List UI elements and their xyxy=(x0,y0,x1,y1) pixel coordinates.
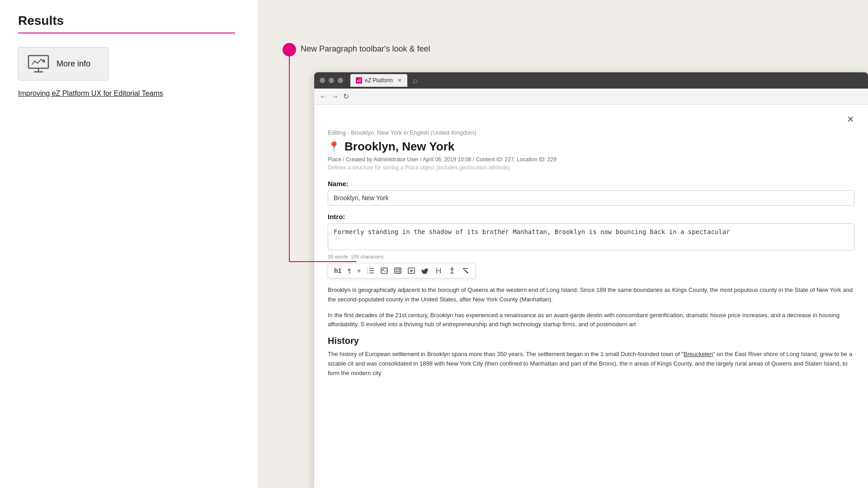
browser-content[interactable]: ✕ Editing - Brooklyn, New York in Englis… xyxy=(314,105,868,488)
toolbar-embed-btn[interactable] xyxy=(406,267,416,275)
ez-content-area: ✕ Editing - Brooklyn, New York in Englis… xyxy=(314,105,868,394)
more-info-label: More info xyxy=(57,59,90,69)
browser-dot-3 xyxy=(338,78,343,83)
browser-titlebar: eZ eZ Platform ✕ ⌕ xyxy=(314,72,868,89)
svg-point-21 xyxy=(451,268,453,270)
browser-toolbar: ← → ↻ xyxy=(314,89,868,105)
toolbar-anchor-btn[interactable] xyxy=(447,267,457,275)
back-btn[interactable]: ← xyxy=(320,93,327,101)
results-divider xyxy=(18,33,235,33)
timeline-line-horizontal xyxy=(289,261,357,262)
results-title: Results xyxy=(18,14,240,28)
paragraph-toolbar: h1 ¶ ≡ 1.2.3. xyxy=(328,263,476,278)
location-title: Brooklyn, New York xyxy=(344,140,454,154)
toolbar-remove-format-btn[interactable] xyxy=(461,267,471,275)
body-text-1: Brooklyn is geographically adjacent to t… xyxy=(328,286,854,305)
meta-description: Defines a structure for storing a Place … xyxy=(328,164,854,171)
body-text-2: In the first decades of the 21st century… xyxy=(328,311,854,330)
toolbar-image-btn[interactable] xyxy=(379,267,389,275)
svg-marker-17 xyxy=(410,269,413,272)
name-label: Name: xyxy=(328,180,854,188)
toolbar-paragraph-btn[interactable]: ¶ xyxy=(346,267,352,275)
forward-btn[interactable]: → xyxy=(331,93,339,101)
location-pin-icon: 📍 xyxy=(328,141,340,153)
browser-window: eZ eZ Platform ✕ ⌕ ← → ↻ ✕ Editing - Bro… xyxy=(314,72,868,488)
breuckelen-link[interactable]: Breuckelen xyxy=(684,351,713,357)
right-panel: New Paragraph toolbar's look & feel eZ e… xyxy=(258,0,868,488)
word-count: 18 words 109 characters xyxy=(328,254,854,259)
close-button[interactable]: ✕ xyxy=(847,114,854,125)
browser-tab[interactable]: eZ eZ Platform ✕ xyxy=(350,74,407,87)
monitor-icon xyxy=(28,55,49,73)
editing-label: Editing - Brooklyn, New York in English … xyxy=(328,129,854,136)
tab-close-btn[interactable]: ✕ xyxy=(397,77,402,84)
more-info-card[interactable]: More info xyxy=(18,47,108,80)
new-tab-btn[interactable]: ⌕ xyxy=(413,76,418,85)
result-link[interactable]: Improving eZ Platform UX for Editorial T… xyxy=(18,89,163,97)
timeline-line-vertical xyxy=(289,56,290,262)
timeline-dot xyxy=(283,43,296,56)
intro-textarea[interactable]: Formerly standing in the shadow of its b… xyxy=(328,223,854,250)
timeline-label: New Paragraph toolbar's look & feel xyxy=(301,44,430,54)
browser-dot-1 xyxy=(320,78,325,83)
intro-label: Intro: xyxy=(328,213,854,221)
svg-rect-11 xyxy=(395,268,401,273)
toolbar-h1-btn[interactable]: h1 xyxy=(333,266,343,275)
history-heading: History xyxy=(328,336,854,346)
toolbar-ordered-list-btn[interactable]: 1.2.3. xyxy=(366,267,376,275)
refresh-btn[interactable]: ↻ xyxy=(343,92,349,101)
location-header: 📍 Brooklyn, New York xyxy=(328,140,854,154)
svg-text:3.: 3. xyxy=(367,272,368,274)
tab-favicon: eZ xyxy=(356,77,362,84)
toolbar-list-btn[interactable]: ≡ xyxy=(356,267,362,275)
toolbar-table-btn[interactable] xyxy=(393,267,403,275)
tab-label: eZ Platform xyxy=(365,77,393,84)
left-panel: Results More info Improving eZ Platform … xyxy=(0,0,258,488)
name-input[interactable] xyxy=(328,190,854,206)
browser-dot-2 xyxy=(329,78,334,83)
meta-info: Place / Created by Administrator User / … xyxy=(328,156,854,163)
toolbar-twitter-btn[interactable] xyxy=(420,267,430,275)
toolbar-custom-tag-btn[interactable] xyxy=(434,267,443,275)
history-text: The history of European settlement in Br… xyxy=(328,350,854,378)
